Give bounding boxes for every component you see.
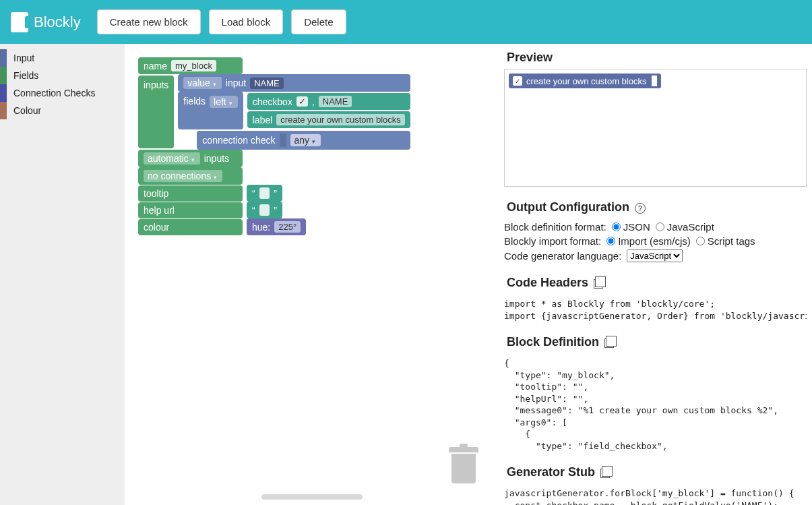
code-headers-title-row: Code Headers <box>504 273 807 294</box>
load-block-button[interactable]: Load block <box>209 9 284 34</box>
label-field-block[interactable]: label create your own custom blocks <box>247 111 410 128</box>
preview-title: Preview <box>507 51 807 65</box>
colour-label-block[interactable]: colour <box>138 219 243 235</box>
category-color-bar <box>0 84 7 102</box>
preview-checkbox-icon[interactable]: ✓ <box>513 76 522 86</box>
tooltip-label-block[interactable]: tooltip <box>138 185 243 202</box>
factory-block[interactable]: name my_block inputs value input NAME <box>138 57 410 235</box>
category-color-bar <box>0 49 7 67</box>
block-def-title: Block Definition <box>507 335 599 349</box>
copy-icon[interactable] <box>594 279 603 289</box>
import-format-label: Blockly import format: <box>504 235 601 247</box>
def-format-json-option[interactable]: JSON <box>612 221 650 233</box>
sidebar-item-input[interactable]: Input <box>0 49 125 67</box>
input-type-dropdown[interactable]: value <box>183 77 221 89</box>
inputs-label-block[interactable]: inputs <box>138 76 174 148</box>
radio-script[interactable] <box>696 237 705 245</box>
comma: , <box>312 96 315 107</box>
input-name-field[interactable]: NAME <box>250 78 284 89</box>
label-label: label <box>253 115 273 125</box>
logo: Blockly <box>11 12 81 32</box>
fields-nested: checkbox ✓ , NAME label create your own … <box>247 93 410 128</box>
inputs-word: inputs <box>204 153 229 164</box>
radio-js[interactable] <box>656 222 664 231</box>
quote-open-icon: “ <box>252 188 255 199</box>
sidebar-item-label: Input <box>13 53 34 63</box>
import-script-option[interactable]: Script tags <box>696 235 755 247</box>
import-esm-option[interactable]: Import (esm/cjs) <box>606 235 691 247</box>
import-format-row: Blockly import format: Import (esm/cjs) … <box>504 235 807 247</box>
blockly-logo-icon <box>11 12 28 32</box>
copy-icon[interactable] <box>600 469 610 478</box>
code-headers-code: import * as Blockly from 'blockly/core';… <box>504 298 807 322</box>
sidebar-item-label: Fields <box>13 70 38 81</box>
connection-check-dropdown[interactable]: any <box>290 134 321 146</box>
tooltip-text-block[interactable]: “ ” <box>247 185 282 202</box>
sidebar-item-connection-checks[interactable]: Connection Checks <box>0 84 125 102</box>
create-new-block-button[interactable]: Create new block <box>97 9 201 34</box>
field-name[interactable]: NAME <box>319 96 352 107</box>
value-input-block[interactable]: value input NAME <box>178 74 410 92</box>
preview-text: create your own custom blocks <box>526 76 646 86</box>
preview-block[interactable]: ✓ create your own custom blocks <box>509 73 661 88</box>
block-name-field[interactable]: my_block <box>171 60 216 71</box>
value-notch-icon <box>652 76 657 86</box>
helpurl-text-field[interactable] <box>259 204 270 216</box>
right-panel: Preview ✓ create your own custom blocks … <box>499 44 812 505</box>
fields-label-block[interactable]: fields left <box>178 92 243 129</box>
horizontal-scrollbar[interactable] <box>261 494 363 500</box>
hue-value-field[interactable]: 225° <box>274 221 301 233</box>
block-name-row[interactable]: name my_block <box>138 57 243 74</box>
connections-row[interactable]: no connections <box>138 167 243 185</box>
trash-icon[interactable] <box>449 447 478 485</box>
gen-stub-title: Generator Stub <box>507 465 595 479</box>
connection-check-label: connection check <box>202 135 275 146</box>
checkbox-label: checkbox <box>253 96 292 107</box>
sidebar-item-label: Colour <box>13 105 41 116</box>
inputs-label: inputs <box>144 80 168 90</box>
inline-dropdown[interactable]: automatic <box>144 152 200 165</box>
sidebar-item-colour[interactable]: Colour <box>0 102 125 119</box>
radio-import[interactable] <box>606 237 615 245</box>
helpurl-label: help url <box>144 205 175 216</box>
app-header: Blockly Create new block Load block Dele… <box>0 0 812 44</box>
helpurl-label-block[interactable]: help url <box>138 202 243 218</box>
delete-button[interactable]: Delete <box>291 9 346 34</box>
inline-inputs-row[interactable]: automatic inputs <box>138 150 243 167</box>
connections-dropdown[interactable]: no connections <box>144 170 222 182</box>
checkbox-field-block[interactable]: checkbox ✓ , NAME <box>247 93 410 110</box>
helpurl-row: help url “ ” <box>138 202 410 218</box>
quote-open-icon: “ <box>252 205 255 216</box>
connection-check-row[interactable]: connection check any <box>197 131 410 150</box>
preview-area: ✓ create your own custom blocks <box>504 69 807 187</box>
def-format-js-option[interactable]: JavaScript <box>656 221 714 233</box>
block-def-title-row: Block Definition <box>504 332 807 353</box>
fields-align-dropdown[interactable]: left <box>210 96 238 108</box>
category-sidebar: Input Fields Connection Checks Colour <box>0 44 125 505</box>
category-color-bar <box>0 67 7 84</box>
checkbox-state[interactable]: ✓ <box>296 96 308 107</box>
copy-icon[interactable] <box>604 338 614 348</box>
gen-stub-title-row: Generator Stub <box>504 463 807 483</box>
label-text-field[interactable]: create your own custom blocks <box>276 114 404 125</box>
inputs-row: inputs value input NAME fields left <box>138 74 410 150</box>
block-def-code: { "type": "my_block", "tooltip": "", "he… <box>504 357 807 452</box>
def-format-row: Block definition format: JSON JavaScript <box>504 221 807 233</box>
hue-block[interactable]: hue: 225° <box>247 218 306 235</box>
output-config-title-row: Output Configuration ? <box>504 198 807 218</box>
colour-row: colour hue: 225° <box>138 218 410 235</box>
inputs-nested: value input NAME fields left checkbox <box>178 74 410 150</box>
info-icon[interactable]: ? <box>635 203 646 214</box>
output-config-title: Output Configuration <box>507 200 629 214</box>
radio-json[interactable] <box>612 222 621 231</box>
sidebar-item-label: Connection Checks <box>13 88 95 98</box>
fields-label: fields <box>183 96 206 107</box>
input-label: input <box>226 78 246 88</box>
blockly-workspace[interactable]: name my_block inputs value input NAME <box>125 44 499 505</box>
hue-label: hue: <box>252 222 270 233</box>
tooltip-text-field[interactable] <box>259 187 270 199</box>
connection-stub <box>280 133 286 147</box>
gen-lang-select[interactable]: JavaScript <box>627 249 683 262</box>
helpurl-text-block[interactable]: “ ” <box>247 202 282 218</box>
sidebar-item-fields[interactable]: Fields <box>0 67 125 84</box>
